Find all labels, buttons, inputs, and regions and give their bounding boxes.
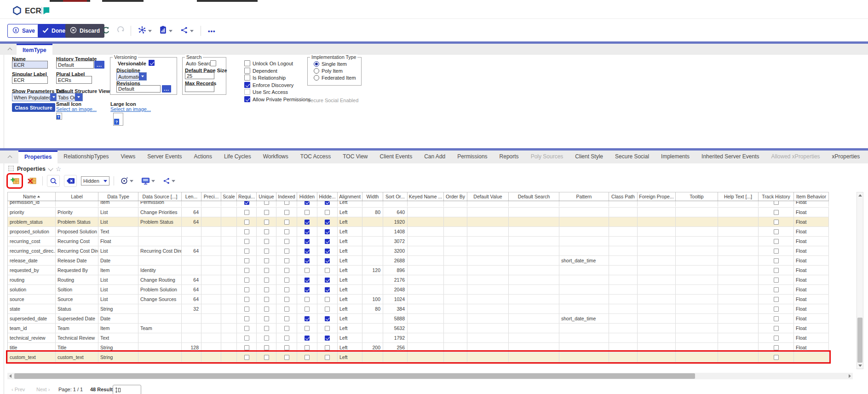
cell-checkbox-hidde[interactable] xyxy=(325,249,330,254)
cell-checkbox-hidde[interactable] xyxy=(325,326,330,331)
cell-checkbox-hidden[interactable] xyxy=(305,345,310,350)
cell-checkbox-unique[interactable] xyxy=(264,297,269,302)
cell-checkbox-hidden[interactable] xyxy=(305,336,310,341)
cell-checkbox-unique[interactable] xyxy=(264,268,269,273)
radio-single-item[interactable] xyxy=(314,61,319,67)
cell-checkbox-unique[interactable] xyxy=(264,287,269,292)
cell-checkbox-track-history[interactable] xyxy=(774,220,779,225)
cell-checkbox-unique[interactable] xyxy=(264,278,269,283)
table-row-release-date[interactable]: release_dateRelease DateDateLeft2688shor… xyxy=(8,256,829,266)
tab-can-add[interactable]: Can Add xyxy=(418,151,451,163)
cell-checkbox-requi[interactable] xyxy=(244,249,249,254)
vertical-scrollbar[interactable] xyxy=(857,192,863,369)
cell-checkbox-requi[interactable] xyxy=(244,229,249,234)
scroll-left-icon[interactable] xyxy=(9,374,11,378)
cell-checkbox-hidde[interactable] xyxy=(325,201,330,205)
cell-checkbox-track-history[interactable] xyxy=(774,336,779,341)
column-header-class-path[interactable]: Class Path xyxy=(609,192,638,201)
cell-checkbox-hidden[interactable] xyxy=(305,297,310,302)
checkbox-enforce-discovery[interactable] xyxy=(244,82,250,88)
cell-checkbox-hidde[interactable] xyxy=(325,297,330,302)
cell-checkbox-unique[interactable] xyxy=(264,258,269,263)
cell-checkbox-indexed[interactable] xyxy=(284,287,289,292)
cell-checkbox-track-history[interactable] xyxy=(774,210,779,215)
table-row-state[interactable]: stateStatusString32Left80384Float xyxy=(8,304,829,314)
cell-checkbox-requi[interactable] xyxy=(244,239,249,244)
cell-checkbox-indexed[interactable] xyxy=(284,268,289,273)
column-header-data-type[interactable]: Data Type xyxy=(98,192,138,201)
cell-checkbox-indexed[interactable] xyxy=(284,210,289,215)
name-field[interactable]: ECR xyxy=(12,61,48,69)
scroll-down-icon[interactable] xyxy=(858,365,862,367)
cell-checkbox-indexed[interactable] xyxy=(284,297,289,302)
table-row-permission-id[interactable]: permission_idItemPermissionLeftFloat xyxy=(8,201,829,208)
delete-property-button[interactable] xyxy=(25,175,38,187)
tab-workflows[interactable]: Workflows xyxy=(257,151,294,163)
table-row-technical-review[interactable]: technical_reviewTechnical ReviewTextLeft… xyxy=(8,333,829,343)
focus-row-button[interactable] xyxy=(118,175,135,186)
table-row-team-id[interactable]: team_idTeamItemTeamLeft5632Float xyxy=(8,324,829,333)
tab-views[interactable]: Views xyxy=(115,151,141,163)
cell-checkbox-requi[interactable] xyxy=(244,258,249,263)
cell-checkbox-requi[interactable] xyxy=(244,297,249,302)
cell-checkbox-track-history[interactable] xyxy=(774,307,779,312)
cell-checkbox-track-history[interactable] xyxy=(774,278,779,283)
cell-checkbox-unique[interactable] xyxy=(264,201,269,205)
column-header-order-by[interactable]: Order By xyxy=(444,192,467,201)
tab-reports[interactable]: Reports xyxy=(494,151,525,163)
share-button[interactable] xyxy=(178,24,196,38)
cell-checkbox-indexed[interactable] xyxy=(284,229,289,234)
tab-permissions[interactable]: Permissions xyxy=(451,151,493,163)
cell-checkbox-requi[interactable] xyxy=(244,336,249,341)
column-header-foreign-prope[interactable]: Foreign Prope... xyxy=(638,192,676,201)
cell-checkbox-hidden[interactable] xyxy=(305,326,310,331)
cell-checkbox-requi[interactable] xyxy=(244,307,249,312)
table-row-requested-by[interactable]: requested_byRequested ByItemIdentityLeft… xyxy=(8,266,829,275)
cell-checkbox-indexed[interactable] xyxy=(284,278,289,283)
cell-checkbox-indexed[interactable] xyxy=(284,355,289,360)
cell-checkbox-hidden[interactable] xyxy=(305,229,310,234)
plural-label-field[interactable]: ECRs xyxy=(56,76,92,84)
scroll-up-icon[interactable] xyxy=(858,194,862,197)
cell-checkbox-hidden[interactable] xyxy=(305,258,310,263)
column-header-default-value[interactable]: Default Value xyxy=(467,192,509,201)
cell-checkbox-indexed[interactable] xyxy=(284,258,289,263)
column-header-keyed-name[interactable]: Keyed Name ... xyxy=(408,192,444,201)
column-header-indexed[interactable]: Indexed xyxy=(276,192,297,201)
tab-poly-sources[interactable]: Poly Sources xyxy=(525,151,569,163)
cell-checkbox-hidden[interactable] xyxy=(305,249,310,254)
singular-label-field[interactable]: ECR xyxy=(12,76,48,84)
reports-button[interactable] xyxy=(156,24,175,38)
cell-checkbox-unique[interactable] xyxy=(264,220,269,225)
versionable-checkbox[interactable] xyxy=(149,60,155,66)
cell-checkbox-track-history[interactable] xyxy=(774,326,779,331)
tab-properties[interactable]: Properties xyxy=(18,151,57,163)
cell-checkbox-track-history[interactable] xyxy=(774,287,779,292)
table-row-title[interactable]: titleTitleString128Left200256Float xyxy=(8,343,829,353)
column-header-help-text[interactable]: Help Text [...] xyxy=(718,192,759,201)
column-header-sort-or[interactable]: Sort Or... xyxy=(383,192,408,201)
more-actions-button[interactable]: ••• xyxy=(205,24,218,38)
save-button[interactable]: Save xyxy=(7,24,40,38)
structure-view-select[interactable]: Tabs On xyxy=(56,93,83,101)
search-rows-button[interactable] xyxy=(47,175,60,187)
claimed-flag-icon[interactable] xyxy=(40,6,51,17)
cell-checkbox-hidde[interactable] xyxy=(325,258,330,263)
column-header-unique[interactable]: Unique xyxy=(257,192,276,201)
cell-checkbox-track-history[interactable] xyxy=(774,355,779,360)
tab-xproperties[interactable]: xProperties xyxy=(826,151,866,163)
cell-checkbox-requi[interactable] xyxy=(244,326,249,331)
cell-checkbox-track-history[interactable] xyxy=(774,229,779,234)
column-header-len[interactable]: Len... xyxy=(182,192,201,201)
column-header-tooltip[interactable]: Tooltip xyxy=(676,192,718,201)
checkbox-allow-private-permissions[interactable] xyxy=(244,96,250,102)
cell-checkbox-unique[interactable] xyxy=(264,210,269,215)
table-row-source[interactable]: sourceSourceListChange Sources64Left1001… xyxy=(8,295,829,304)
cell-checkbox-hidde[interactable] xyxy=(325,316,330,321)
tab-itemtype[interactable]: ItemType xyxy=(17,44,52,55)
refresh-button[interactable] xyxy=(99,25,112,37)
cell-checkbox-hidden[interactable] xyxy=(305,268,310,273)
grid-share-button[interactable] xyxy=(161,175,177,186)
cell-checkbox-requi[interactable] xyxy=(244,220,249,225)
clear-search-button[interactable] xyxy=(64,175,77,187)
